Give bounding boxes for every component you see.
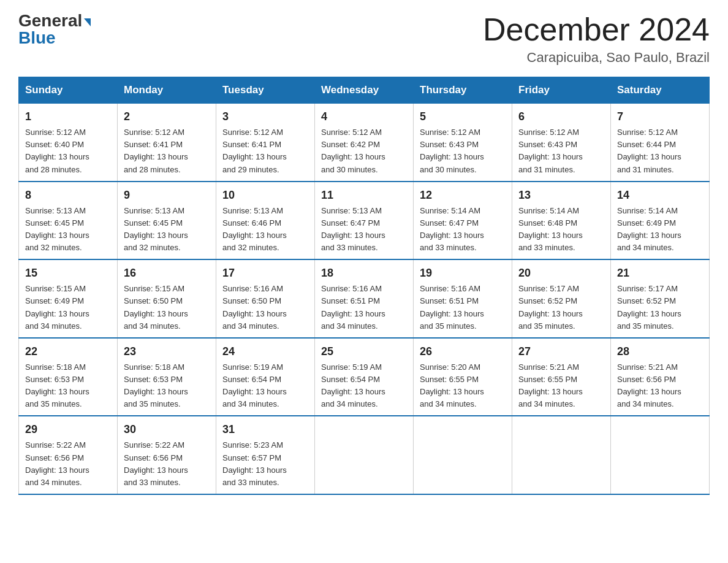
day-number: 20 [518,265,604,282]
calendar-cell: 27Sunrise: 5:21 AM Sunset: 6:55 PM Dayli… [512,338,611,416]
calendar-cell: 30Sunrise: 5:22 AM Sunset: 6:56 PM Dayli… [118,416,216,494]
day-number: 7 [617,109,703,125]
day-number: 11 [321,187,407,204]
day-number: 28 [617,343,703,360]
calendar-cell: 14Sunrise: 5:14 AM Sunset: 6:49 PM Dayli… [611,182,710,260]
calendar-cell: 20Sunrise: 5:17 AM Sunset: 6:52 PM Dayli… [512,259,611,338]
day-info: Sunrise: 5:19 AM Sunset: 6:54 PM Dayligh… [222,361,308,411]
day-info: Sunrise: 5:12 AM Sunset: 6:41 PM Dayligh… [222,126,308,176]
day-number: 25 [321,343,407,360]
calendar-week-row: 15Sunrise: 5:15 AM Sunset: 6:49 PM Dayli… [19,259,710,338]
calendar-cell: 26Sunrise: 5:20 AM Sunset: 6:55 PM Dayli… [414,338,512,416]
day-number: 14 [617,187,703,204]
weekday-header-monday: Monday [118,77,216,103]
day-info: Sunrise: 5:12 AM Sunset: 6:43 PM Dayligh… [518,126,604,176]
day-number: 29 [25,421,111,438]
day-number: 30 [124,421,210,438]
day-number: 5 [420,109,506,125]
calendar-cell [315,416,414,494]
day-number: 12 [420,187,506,204]
day-number: 9 [124,187,210,204]
calendar-subtitle: Carapicuiba, Sao Paulo, Brazil [483,50,710,66]
calendar-cell: 18Sunrise: 5:16 AM Sunset: 6:51 PM Dayli… [315,259,414,338]
weekday-header-tuesday: Tuesday [216,77,315,103]
day-number: 8 [25,187,111,204]
calendar-cell [414,416,512,494]
weekday-header-wednesday: Wednesday [315,77,414,103]
day-info: Sunrise: 5:14 AM Sunset: 6:47 PM Dayligh… [420,205,506,255]
day-number: 22 [25,343,111,360]
calendar-cell: 17Sunrise: 5:16 AM Sunset: 6:50 PM Dayli… [216,259,315,338]
day-info: Sunrise: 5:14 AM Sunset: 6:48 PM Dayligh… [518,205,604,255]
calendar-cell: 11Sunrise: 5:13 AM Sunset: 6:47 PM Dayli… [315,182,414,260]
calendar-cell: 22Sunrise: 5:18 AM Sunset: 6:53 PM Dayli… [19,338,118,416]
day-number: 15 [25,265,111,282]
day-info: Sunrise: 5:13 AM Sunset: 6:45 PM Dayligh… [25,205,111,255]
calendar-title: December 2024 [483,12,710,47]
page-header: General Blue December 2024 Carapicuiba, … [18,12,710,66]
day-number: 18 [321,265,407,282]
calendar-cell: 3Sunrise: 5:12 AM Sunset: 6:41 PM Daylig… [216,103,315,182]
day-info: Sunrise: 5:17 AM Sunset: 6:52 PM Dayligh… [617,283,703,332]
day-number: 17 [222,265,308,282]
day-info: Sunrise: 5:12 AM Sunset: 6:43 PM Dayligh… [420,126,506,176]
day-number: 13 [518,187,604,204]
calendar-cell: 23Sunrise: 5:18 AM Sunset: 6:53 PM Dayli… [118,338,216,416]
day-info: Sunrise: 5:12 AM Sunset: 6:42 PM Dayligh… [321,126,407,176]
day-info: Sunrise: 5:13 AM Sunset: 6:46 PM Dayligh… [222,205,308,255]
calendar-cell: 28Sunrise: 5:21 AM Sunset: 6:56 PM Dayli… [611,338,710,416]
calendar-cell: 13Sunrise: 5:14 AM Sunset: 6:48 PM Dayli… [512,182,611,260]
day-info: Sunrise: 5:12 AM Sunset: 6:41 PM Dayligh… [124,126,210,176]
day-number: 27 [518,343,604,360]
day-number: 16 [124,265,210,282]
day-info: Sunrise: 5:15 AM Sunset: 6:50 PM Dayligh… [124,283,210,332]
logo-arrow-icon [84,18,91,26]
calendar-cell: 1Sunrise: 5:12 AM Sunset: 6:40 PM Daylig… [19,103,118,182]
calendar-cell: 29Sunrise: 5:22 AM Sunset: 6:56 PM Dayli… [19,416,118,494]
day-info: Sunrise: 5:13 AM Sunset: 6:45 PM Dayligh… [124,205,210,255]
day-number: 6 [518,109,604,125]
day-number: 10 [222,187,308,204]
day-info: Sunrise: 5:20 AM Sunset: 6:55 PM Dayligh… [420,361,506,411]
calendar-cell: 16Sunrise: 5:15 AM Sunset: 6:50 PM Dayli… [118,259,216,338]
day-number: 21 [617,265,703,282]
day-info: Sunrise: 5:19 AM Sunset: 6:54 PM Dayligh… [321,361,407,411]
day-number: 26 [420,343,506,360]
day-number: 1 [25,109,111,125]
day-info: Sunrise: 5:22 AM Sunset: 6:56 PM Dayligh… [124,439,210,489]
calendar-cell: 31Sunrise: 5:23 AM Sunset: 6:57 PM Dayli… [216,416,315,494]
day-info: Sunrise: 5:21 AM Sunset: 6:56 PM Dayligh… [617,361,703,411]
day-number: 2 [124,109,210,125]
day-info: Sunrise: 5:22 AM Sunset: 6:56 PM Dayligh… [25,439,111,489]
calendar-cell: 25Sunrise: 5:19 AM Sunset: 6:54 PM Dayli… [315,338,414,416]
calendar-cell [611,416,710,494]
calendar-week-row: 22Sunrise: 5:18 AM Sunset: 6:53 PM Dayli… [19,338,710,416]
calendar-week-row: 29Sunrise: 5:22 AM Sunset: 6:56 PM Dayli… [19,416,710,494]
day-info: Sunrise: 5:14 AM Sunset: 6:49 PM Dayligh… [617,205,703,255]
weekday-header-friday: Friday [512,77,611,103]
logo-general: General [18,12,82,29]
calendar-body: 1Sunrise: 5:12 AM Sunset: 6:40 PM Daylig… [19,103,710,494]
day-number: 19 [420,265,506,282]
logo-blue: Blue [18,29,56,47]
calendar-cell: 6Sunrise: 5:12 AM Sunset: 6:43 PM Daylig… [512,103,611,182]
calendar-cell: 15Sunrise: 5:15 AM Sunset: 6:49 PM Dayli… [19,259,118,338]
calendar-cell: 19Sunrise: 5:16 AM Sunset: 6:51 PM Dayli… [414,259,512,338]
calendar-cell: 8Sunrise: 5:13 AM Sunset: 6:45 PM Daylig… [19,182,118,260]
calendar-week-row: 1Sunrise: 5:12 AM Sunset: 6:40 PM Daylig… [19,103,710,182]
day-number: 23 [124,343,210,360]
weekday-header-sunday: Sunday [19,77,118,103]
calendar-cell: 10Sunrise: 5:13 AM Sunset: 6:46 PM Dayli… [216,182,315,260]
day-info: Sunrise: 5:23 AM Sunset: 6:57 PM Dayligh… [222,439,308,489]
day-info: Sunrise: 5:16 AM Sunset: 6:51 PM Dayligh… [321,283,407,332]
day-number: 3 [222,109,308,125]
day-info: Sunrise: 5:15 AM Sunset: 6:49 PM Dayligh… [25,283,111,332]
calendar-cell: 5Sunrise: 5:12 AM Sunset: 6:43 PM Daylig… [414,103,512,182]
calendar-cell [512,416,611,494]
calendar-cell: 24Sunrise: 5:19 AM Sunset: 6:54 PM Dayli… [216,338,315,416]
weekday-header-row: SundayMondayTuesdayWednesdayThursdayFrid… [19,77,710,103]
calendar-cell: 2Sunrise: 5:12 AM Sunset: 6:41 PM Daylig… [118,103,216,182]
day-info: Sunrise: 5:21 AM Sunset: 6:55 PM Dayligh… [518,361,604,411]
day-info: Sunrise: 5:12 AM Sunset: 6:44 PM Dayligh… [617,126,703,176]
day-info: Sunrise: 5:17 AM Sunset: 6:52 PM Dayligh… [518,283,604,332]
